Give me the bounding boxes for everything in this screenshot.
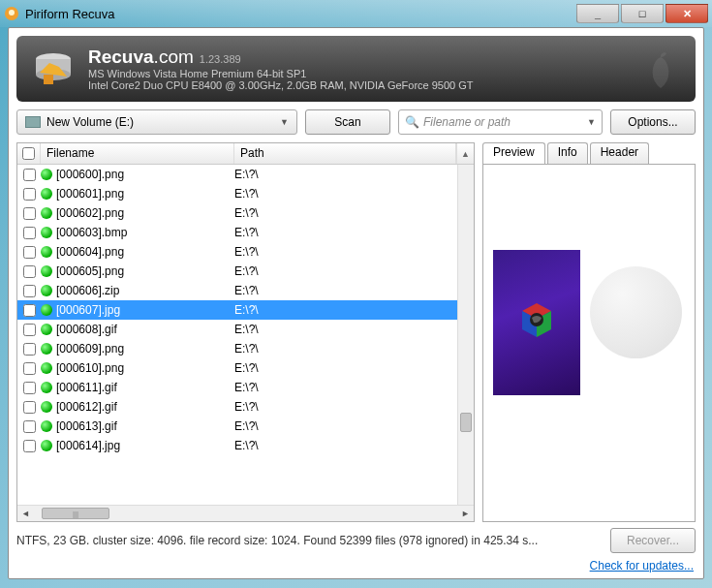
row-path: E:\?\	[234, 226, 474, 239]
file-list-header: Filename Path ▲	[17, 143, 474, 165]
row-checkbox[interactable]	[17, 304, 41, 317]
recover-button[interactable]: Recover...	[610, 528, 696, 553]
scroll-right-icon[interactable]: ►	[457, 509, 474, 518]
table-row[interactable]: [000603].bmpE:\?\	[17, 223, 474, 242]
row-filename: [000602].png	[41, 206, 234, 220]
table-row[interactable]: [000604].pngE:\?\	[17, 242, 474, 262]
status-dot-icon	[41, 265, 52, 277]
status-dot-icon	[41, 246, 52, 258]
column-filename[interactable]: Filename	[41, 143, 234, 164]
banner-icon	[30, 46, 77, 92]
main-area: Filename Path ▲ [000600].pngE:\?\[000601…	[9, 142, 703, 522]
tab-header[interactable]: Header	[590, 142, 649, 164]
status-dot-icon	[41, 401, 52, 413]
table-row[interactable]: [000610].pngE:\?\	[17, 358, 474, 378]
row-checkbox[interactable]	[17, 169, 41, 181]
row-path: E:\?\	[234, 187, 474, 201]
toolbar: New Volume (E:) ▼ Scan 🔍 Filename or pat…	[9, 109, 703, 142]
row-checkbox[interactable]	[17, 246, 41, 259]
banner-text: Recuva.com1.23.389 MS Windows Vista Home…	[88, 46, 474, 91]
row-checkbox[interactable]	[17, 362, 41, 375]
row-checkbox[interactable]	[17, 207, 41, 220]
file-rows: [000600].pngE:\?\[000601].pngE:\?\[00060…	[17, 165, 474, 505]
row-path: E:\?\	[234, 400, 474, 414]
options-button[interactable]: Options...	[610, 109, 696, 135]
table-row[interactable]: [000614].jpgE:\?\	[17, 436, 474, 455]
table-row[interactable]: [000600].pngE:\?\	[17, 165, 474, 184]
row-path: E:\?\	[234, 245, 474, 259]
app-icon	[4, 6, 19, 21]
row-filename: [000612].gif	[41, 400, 234, 414]
row-checkbox[interactable]	[17, 440, 41, 452]
row-checkbox[interactable]	[17, 343, 41, 356]
window-title: Piriform Recuva	[25, 7, 576, 21]
status-dot-icon	[41, 362, 52, 374]
scroll-left-icon[interactable]: ◄	[17, 509, 34, 518]
close-button[interactable]: ✕	[666, 4, 708, 23]
table-row[interactable]: [000613].gifE:\?\	[17, 417, 474, 436]
status-dot-icon	[41, 304, 52, 316]
row-checkbox[interactable]	[17, 420, 41, 433]
status-bar: NTFS, 23 GB. cluster size: 4096. file re…	[9, 522, 703, 559]
status-dot-icon	[41, 227, 52, 238]
column-path[interactable]: Path	[234, 143, 456, 164]
titlebar[interactable]: Piriform Recuva _ □ ✕	[0, 0, 712, 27]
svg-rect-5	[44, 75, 53, 84]
drive-selector[interactable]: New Volume (E:) ▼	[16, 109, 297, 135]
banner: Recuva.com1.23.389 MS Windows Vista Home…	[16, 36, 696, 102]
preview-thumbnail	[493, 250, 580, 395]
status-dot-icon	[41, 420, 52, 432]
row-checkbox[interactable]	[17, 227, 41, 239]
scrollbar-thumb[interactable]: |||	[42, 508, 109, 519]
content-area: Recuva.com1.23.389 MS Windows Vista Home…	[8, 27, 704, 579]
search-placeholder: Filename or path	[423, 115, 511, 129]
tab-preview[interactable]: Preview	[482, 142, 545, 164]
vertical-scrollbar[interactable]	[457, 165, 474, 505]
status-dot-icon	[41, 343, 52, 355]
table-row[interactable]: [000601].pngE:\?\	[17, 184, 474, 203]
row-filename: [000614].jpg	[41, 439, 234, 452]
table-row[interactable]: [000607].jpgE:\?\	[17, 300, 474, 320]
table-row[interactable]: [000612].gifE:\?\	[17, 397, 474, 417]
table-row[interactable]: [000609].pngE:\?\	[17, 339, 474, 358]
status-dot-icon	[41, 188, 52, 200]
row-path: E:\?\	[234, 361, 474, 375]
row-filename: [000608].gif	[41, 323, 234, 336]
row-checkbox[interactable]	[17, 324, 41, 336]
row-checkbox[interactable]	[17, 188, 41, 201]
row-checkbox[interactable]	[17, 265, 41, 278]
minimize-button[interactable]: _	[576, 4, 619, 23]
row-checkbox[interactable]	[17, 382, 41, 394]
chevron-down-icon: ▼	[280, 117, 289, 127]
table-row[interactable]: [000605].pngE:\?\	[17, 262, 474, 281]
row-filename: [000611].gif	[41, 381, 234, 394]
header-checkbox[interactable]	[17, 143, 41, 164]
updates-link-area: Check for updates...	[9, 559, 703, 578]
status-text: NTFS, 23 GB. cluster size: 4096. file re…	[16, 534, 603, 547]
row-checkbox[interactable]	[17, 285, 41, 297]
row-path: E:\?\	[234, 206, 474, 220]
row-filename: [000613].gif	[41, 419, 234, 433]
svg-point-1	[9, 10, 15, 15]
row-filename: [000609].png	[41, 342, 234, 356]
tab-info[interactable]: Info	[547, 142, 588, 164]
search-icon: 🔍	[405, 115, 419, 129]
scan-button[interactable]: Scan	[305, 109, 390, 135]
row-filename: [000604].png	[41, 245, 234, 259]
check-updates-link[interactable]: Check for updates...	[590, 559, 694, 573]
table-row[interactable]: [000608].gifE:\?\	[17, 320, 474, 339]
row-filename: [000603].bmp	[41, 226, 234, 239]
table-row[interactable]: [000611].gifE:\?\	[17, 378, 474, 397]
row-path: E:\?\	[234, 264, 474, 278]
horizontal-scrollbar[interactable]: ◄ ||| ►	[17, 505, 474, 521]
drive-icon	[25, 116, 41, 128]
drive-label: New Volume (E:)	[46, 115, 134, 129]
table-row[interactable]: [000606].zipE:\?\	[17, 281, 474, 300]
row-checkbox[interactable]	[17, 401, 41, 414]
row-path: E:\?\	[234, 419, 474, 433]
scroll-up-icon[interactable]: ▲	[456, 143, 474, 164]
maximize-button[interactable]: □	[621, 4, 664, 23]
search-input[interactable]: 🔍 Filename or path ▼	[398, 109, 603, 135]
table-row[interactable]: [000602].pngE:\?\	[17, 203, 474, 223]
row-filename: [000600].png	[41, 168, 234, 181]
